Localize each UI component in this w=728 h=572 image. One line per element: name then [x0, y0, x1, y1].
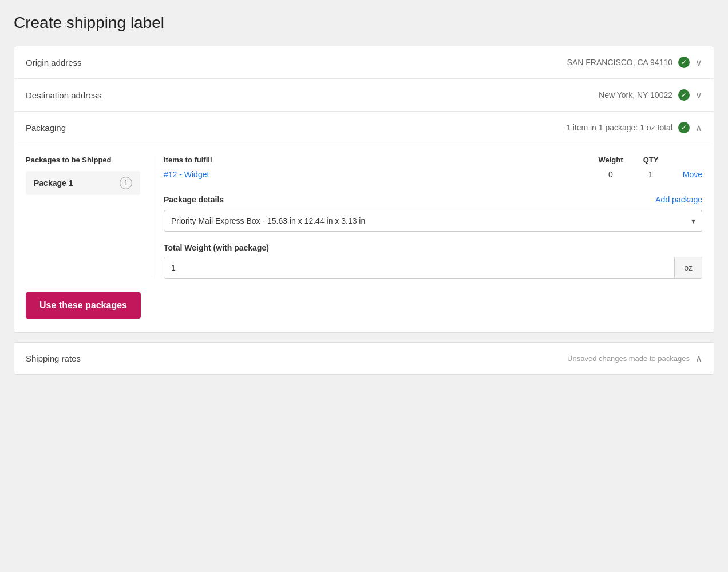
- weight-input-row: oz: [164, 257, 702, 279]
- package-select[interactable]: Priority Mail Express Box - 15.63 in x 1…: [164, 210, 702, 232]
- origin-chevron-down-icon: ∨: [695, 57, 702, 68]
- packages-list: Packages to be Shipped Package 1 1: [26, 156, 152, 279]
- shipping-rates-label: Shipping rates: [26, 353, 81, 363]
- item-link[interactable]: #12 - Widget: [164, 170, 588, 179]
- item-move-button[interactable]: Move: [668, 170, 702, 179]
- destination-chevron-down-icon: ∨: [695, 90, 702, 101]
- shipping-rates-header-row[interactable]: Shipping rates Unsaved changes made to p…: [14, 343, 714, 374]
- packaging-chevron-up-icon: ∧: [695, 122, 702, 133]
- packaging-body: Packages to be Shipped Package 1 1 Items…: [14, 156, 714, 332]
- add-package-link[interactable]: Add package: [655, 195, 702, 204]
- package-details-section: Package details Add package Priority Mai…: [164, 195, 702, 232]
- qty-col-header: QTY: [634, 156, 668, 164]
- packages-list-header: Packages to be Shipped: [26, 156, 140, 164]
- package-details-label: Package details: [164, 195, 224, 204]
- shipping-rates-right: Unsaved changes made to packages ∧: [567, 353, 702, 364]
- weight-col-header: Weight: [588, 156, 634, 164]
- weight-unit: oz: [674, 257, 702, 278]
- packaging-label: Packaging: [26, 123, 66, 133]
- total-weight-section: Total Weight (with package) oz: [164, 243, 702, 279]
- origin-address-value: SAN FRANCISCO, CA 94110: [567, 58, 672, 67]
- origin-verified-icon: ✓: [678, 57, 690, 68]
- package-item-name: Package 1: [34, 178, 73, 188]
- items-col-header: Items to fulfill: [164, 156, 588, 164]
- items-table-row: #12 - Widget 0 1 Move: [164, 170, 702, 179]
- item-weight: 0: [588, 170, 634, 179]
- packaging-header-row[interactable]: Packaging 1 item in 1 package: 1 oz tota…: [14, 112, 714, 144]
- items-details: Items to fulfill Weight QTY #12 - Widget…: [152, 156, 702, 279]
- package-item[interactable]: Package 1 1: [26, 171, 140, 195]
- use-packages-button[interactable]: Use these packages: [26, 292, 141, 319]
- item-qty: 1: [634, 170, 668, 179]
- shipping-rates-chevron-up-icon: ∧: [695, 353, 702, 364]
- destination-address-right: New York, NY 10022 ✓ ∨: [599, 89, 702, 101]
- destination-address-value: New York, NY 10022: [599, 90, 672, 100]
- items-table-header: Items to fulfill Weight QTY: [164, 156, 702, 164]
- origin-address-right: SAN FRANCISCO, CA 94110 ✓ ∨: [567, 57, 702, 68]
- packaging-verified-icon: ✓: [678, 122, 690, 133]
- packaging-summary: 1 item in 1 package: 1 oz total: [566, 123, 672, 132]
- shipping-rates-card: Shipping rates Unsaved changes made to p…: [14, 342, 714, 375]
- packaging-columns: Packages to be Shipped Package 1 1 Items…: [26, 156, 702, 279]
- package-details-header: Package details Add package: [164, 195, 702, 204]
- destination-address-row[interactable]: Destination address New York, NY 10022 ✓…: [14, 79, 714, 112]
- weight-input[interactable]: [164, 257, 674, 278]
- page-title: Create shipping label: [14, 14, 714, 32]
- origin-address-label: Origin address: [26, 58, 82, 67]
- packaging-header-right: 1 item in 1 package: 1 oz total ✓ ∧: [566, 122, 702, 133]
- shipping-form-card: Origin address SAN FRANCISCO, CA 94110 ✓…: [14, 46, 714, 333]
- total-weight-label: Total Weight (with package): [164, 243, 702, 252]
- package-select-wrapper: Priority Mail Express Box - 15.63 in x 1…: [164, 210, 702, 232]
- package-item-count: 1: [120, 177, 132, 189]
- origin-address-row[interactable]: Origin address SAN FRANCISCO, CA 94110 ✓…: [14, 46, 714, 79]
- destination-verified-icon: ✓: [678, 89, 690, 101]
- shipping-rates-unsaved-text: Unsaved changes made to packages: [567, 354, 690, 363]
- destination-address-label: Destination address: [26, 90, 102, 100]
